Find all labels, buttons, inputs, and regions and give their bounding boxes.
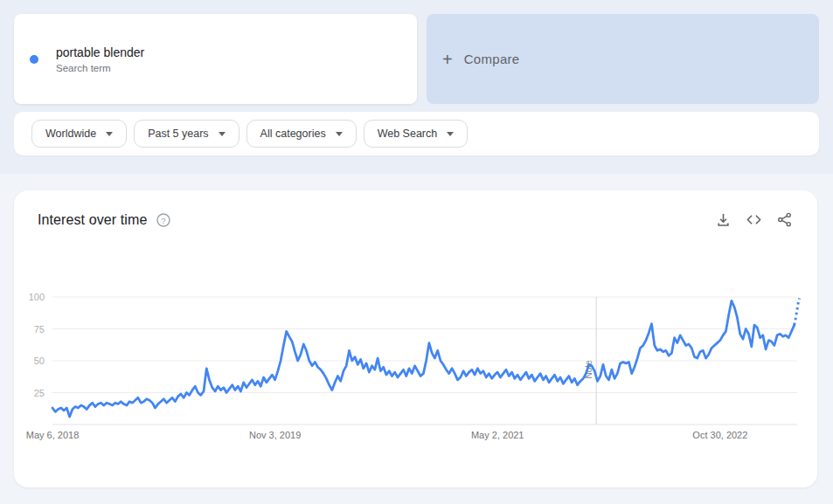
filter-geo-label: Worldwide xyxy=(45,128,96,140)
filter-time-label: Past 5 years xyxy=(148,128,208,140)
y-axis-tick-label: 100 xyxy=(29,292,45,302)
filter-searchtype-dropdown[interactable]: Web Search xyxy=(364,120,469,148)
chart-actions xyxy=(715,211,793,228)
interest-over-time-card: Interest over time ? xyxy=(14,190,817,487)
share-icon[interactable] xyxy=(776,211,793,228)
compare-card[interactable]: + Compare xyxy=(427,14,819,104)
partial-data-dotted-line xyxy=(795,299,800,326)
filter-category-label: All categories xyxy=(260,128,326,140)
chevron-down-icon xyxy=(106,132,113,136)
embed-icon[interactable] xyxy=(745,211,763,228)
search-term-label: portable blender xyxy=(56,45,144,60)
filter-category-dropdown[interactable]: All categories xyxy=(246,120,357,148)
filter-geo-dropdown[interactable]: Worldwide xyxy=(31,120,127,148)
y-axis-tick-label: 50 xyxy=(34,356,45,366)
term-row: portable blender Search term + Compare xyxy=(14,14,819,104)
filter-searchtype-label: Web Search xyxy=(378,128,438,140)
y-axis-tick-label: 25 xyxy=(34,388,45,398)
chart-title: Interest over time xyxy=(38,212,147,228)
search-term-text: portable blender Search term xyxy=(56,45,144,73)
chevron-down-icon xyxy=(447,132,454,136)
interest-over-time-chart: 255075100NoteMay 6, 2018Nov 3, 2019May 2… xyxy=(14,190,817,487)
download-icon[interactable] xyxy=(715,211,732,228)
x-axis-tick-label: May 2, 2021 xyxy=(471,430,524,440)
series-line xyxy=(52,300,795,417)
search-term-card[interactable]: portable blender Search term xyxy=(14,14,417,104)
help-icon[interactable]: ? xyxy=(156,212,171,228)
plus-icon: + xyxy=(442,51,453,68)
filter-time-dropdown[interactable]: Past 5 years xyxy=(134,120,239,148)
x-axis-tick-label: Oct 30, 2022 xyxy=(692,430,747,440)
svg-text:?: ? xyxy=(162,215,166,224)
series-color-dot-icon xyxy=(30,55,38,64)
x-axis-tick-label: May 6, 2018 xyxy=(26,430,80,440)
filter-bar: Worldwide Past 5 years All categories We… xyxy=(14,112,819,155)
chevron-down-icon xyxy=(336,132,343,136)
compare-label: Compare xyxy=(464,52,520,66)
chart-header: Interest over time ? xyxy=(14,190,817,228)
chevron-down-icon xyxy=(219,132,226,136)
search-term-subtitle: Search term xyxy=(56,63,144,73)
top-section: portable blender Search term + Compare W… xyxy=(0,0,833,174)
x-axis-tick-label: Nov 3, 2019 xyxy=(249,430,301,440)
y-axis-tick-label: 75 xyxy=(34,324,45,335)
